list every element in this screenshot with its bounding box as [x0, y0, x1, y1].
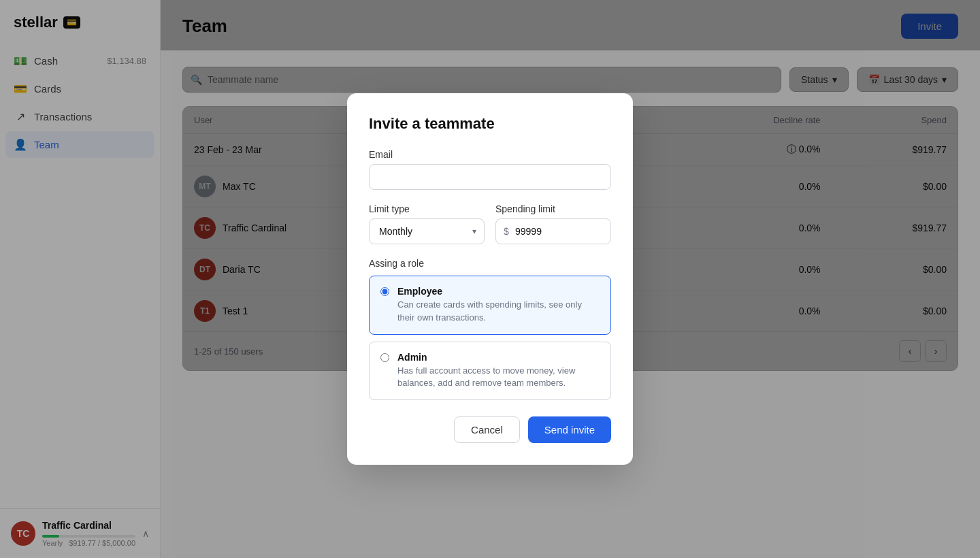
- spending-limit-input-wrap: $: [495, 218, 611, 244]
- employee-role-text: Employee Can create cards with spending …: [397, 286, 600, 325]
- modal-title: Invite a teammate: [369, 115, 611, 133]
- limit-type-group: Limit type Monthly Yearly One-time ▾: [369, 203, 485, 244]
- limit-type-select-wrap: Monthly Yearly One-time ▾: [369, 218, 485, 244]
- employee-radio[interactable]: [380, 287, 389, 296]
- admin-role-desc: Has full account access to move money, v…: [397, 365, 600, 391]
- currency-sign: $: [504, 226, 509, 237]
- modal-overlay: Invite a teammate Email Limit type Month…: [0, 0, 980, 558]
- spending-limit-label: Spending limit: [495, 203, 611, 214]
- employee-role-name: Employee: [397, 286, 600, 297]
- employee-role-desc: Can create cards with spending limits, s…: [397, 299, 600, 325]
- admin-role-name: Admin: [397, 352, 600, 363]
- limit-row: Limit type Monthly Yearly One-time ▾ Spe…: [369, 203, 611, 244]
- invite-modal: Invite a teammate Email Limit type Month…: [347, 93, 633, 465]
- email-input[interactable]: [369, 164, 611, 190]
- email-group: Email: [369, 149, 611, 190]
- send-invite-button[interactable]: Send invite: [528, 416, 611, 443]
- admin-radio[interactable]: [380, 353, 389, 362]
- admin-role-option[interactable]: Admin Has full account access to move mo…: [369, 342, 611, 401]
- limit-type-select[interactable]: Monthly Yearly One-time: [369, 218, 485, 244]
- employee-role-option[interactable]: Employee Can create cards with spending …: [369, 276, 611, 335]
- email-label: Email: [369, 149, 611, 160]
- spending-limit-input[interactable]: [495, 218, 611, 244]
- role-section: Assing a role Employee Can create cards …: [369, 258, 611, 400]
- role-label: Assing a role: [369, 258, 611, 269]
- admin-role-text: Admin Has full account access to move mo…: [397, 352, 600, 391]
- spending-limit-group: Spending limit $: [495, 203, 611, 244]
- modal-actions: Cancel Send invite: [369, 416, 611, 443]
- cancel-button[interactable]: Cancel: [454, 416, 520, 443]
- limit-type-label: Limit type: [369, 203, 485, 214]
